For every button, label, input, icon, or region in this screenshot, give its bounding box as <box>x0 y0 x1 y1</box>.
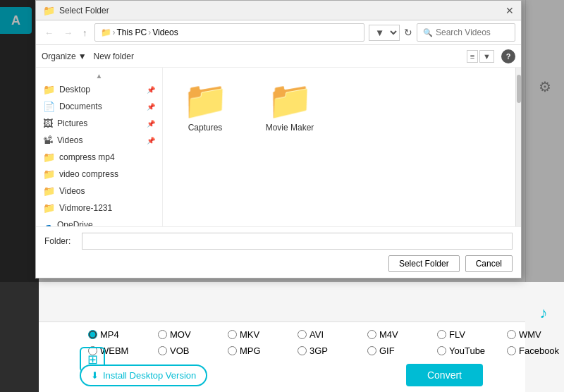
dialog-titlebar: 📁 Select Folder ✕ <box>36 1 521 20</box>
search-box: 🔍 <box>417 23 515 42</box>
desktop-label: Desktop <box>59 85 90 94</box>
format-wmv[interactable]: WMV <box>507 329 564 340</box>
radio-vob[interactable] <box>158 346 167 355</box>
dialog-scrollbar[interactable] <box>515 68 521 226</box>
desktop-folder-icon: 📁 <box>43 84 55 95</box>
captures-folder-name: Captures <box>188 123 223 133</box>
sidebar-item-vidmore[interactable]: 📁 Vidmore-1231 <box>36 200 162 216</box>
format-m4v[interactable]: M4V <box>367 329 431 340</box>
format-mkv[interactable]: MKV <box>228 329 291 340</box>
format-row-2: WEBM VOB MPG 3GP GIF YouTube <box>88 345 515 356</box>
label-mov: MOV <box>170 329 191 340</box>
address-bar: ← → ↑ 📁 › This PC › Videos ▼ ↻ 🔍 <box>36 20 521 45</box>
videos-label: Videos <box>57 135 82 145</box>
download-icon: ⬇ <box>91 370 99 381</box>
format-mpg[interactable]: MPG <box>228 345 291 356</box>
radio-flv[interactable] <box>437 330 446 339</box>
nav-scroll-up[interactable]: ▲ <box>36 71 162 81</box>
label-3gp: 3GP <box>309 345 328 356</box>
radio-mpg[interactable] <box>228 346 237 355</box>
radio-mp4[interactable] <box>88 330 97 339</box>
documents-icon: 📄 <box>43 101 55 112</box>
nav-up-button[interactable]: ↑ <box>80 26 90 39</box>
dialog-toolbar: Organize ▼ New folder ≡ ▼ ? <box>36 45 521 68</box>
music-icon[interactable]: ♪ <box>534 303 553 323</box>
nav-pane: ▲ 📁 Desktop 📌 📄 Documents 📌 🖼 Pictures 📌… <box>36 68 163 226</box>
format-gif[interactable]: GIF <box>367 345 431 356</box>
dialog-title: Select Folder <box>59 6 109 16</box>
install-label: Install Desktop Version <box>103 370 196 381</box>
search-input[interactable] <box>436 27 513 37</box>
sidebar-item-video-compress[interactable]: 📁 video compress <box>36 166 162 183</box>
videos2-label: Videos <box>59 186 85 196</box>
radio-youtube[interactable] <box>437 346 446 355</box>
sidebar-item-onedrive[interactable]: ☁ OneDrive <box>36 216 162 226</box>
onedrive-label: OneDrive <box>57 220 93 226</box>
format-youtube[interactable]: YouTube <box>437 345 501 356</box>
install-button[interactable]: ⬇ Install Desktop Version <box>80 365 207 386</box>
action-row: Select Folder Cancel <box>44 255 513 272</box>
organize-button[interactable]: Organize ▼ <box>42 51 87 61</box>
sidebar-item-compress-mp4[interactable]: 📁 compress mp4 <box>36 149 162 166</box>
folder-captures[interactable]: 📁 Captures <box>177 82 233 133</box>
radio-gif[interactable] <box>367 346 376 355</box>
label-flv: FLV <box>449 329 465 340</box>
cancel-button[interactable]: Cancel <box>465 255 513 272</box>
radio-wmv[interactable] <box>507 330 516 339</box>
format-avi[interactable]: AVI <box>298 329 361 340</box>
dialog-title-area: 📁 Select Folder <box>43 5 109 16</box>
dialog-close-button[interactable]: ✕ <box>505 5 514 16</box>
nav-back-button[interactable]: ← <box>42 26 56 39</box>
video-compress-label: video compress <box>59 169 118 179</box>
view-mode-button[interactable]: ≡ <box>467 50 478 63</box>
label-gif: GIF <box>379 345 395 356</box>
radio-m4v[interactable] <box>367 330 376 339</box>
radio-facebook[interactable] <box>507 346 516 355</box>
sidebar-item-pictures[interactable]: 🖼 Pictures 📌 <box>36 115 162 132</box>
folder-movie-maker[interactable]: 📁 Movie Maker <box>262 82 318 133</box>
sidebar-item-documents[interactable]: 📄 Documents 📌 <box>36 98 162 115</box>
label-mp4: MP4 <box>100 329 119 340</box>
refresh-button[interactable]: ↻ <box>404 27 412 38</box>
format-mp4[interactable]: MP4 <box>88 329 152 340</box>
video-compress-icon: 📁 <box>43 169 55 180</box>
format-facebook[interactable]: Facebook <box>507 345 564 356</box>
sidebar-item-videos[interactable]: 📽 Videos 📌 <box>36 132 162 149</box>
dialog-body: ▲ 📁 Desktop 📌 📄 Documents 📌 🖼 Pictures 📌… <box>36 68 521 226</box>
radio-mkv[interactable] <box>228 330 237 339</box>
compress-mp4-label: compress mp4 <box>59 152 115 162</box>
help-button[interactable]: ? <box>501 49 515 63</box>
address-dropdown[interactable]: ▼ <box>369 25 400 41</box>
format-mov[interactable]: MOV <box>158 329 221 340</box>
new-folder-button[interactable]: New folder <box>94 51 134 61</box>
label-vob: VOB <box>170 345 189 356</box>
format-3gp[interactable]: 3GP <box>298 345 361 356</box>
nav-forward-button[interactable]: → <box>61 26 75 39</box>
select-folder-button[interactable]: Select Folder <box>388 255 460 272</box>
format-flv[interactable]: FLV <box>437 329 501 340</box>
organize-label: Organize <box>42 51 76 61</box>
format-vob[interactable]: VOB <box>158 345 221 356</box>
path-thispc: This PC <box>117 27 147 37</box>
label-wmv: WMV <box>519 329 541 340</box>
videos-icon: 📽 <box>43 135 53 146</box>
label-facebook: Facebook <box>519 345 559 356</box>
folder-label: Folder: <box>44 236 76 246</box>
view-dropdown-button[interactable]: ▼ <box>479 50 494 63</box>
file-dialog: 📁 Select Folder ✕ ← → ↑ 📁 › This PC › Vi… <box>35 0 522 278</box>
folder-input[interactable] <box>82 233 513 250</box>
vidmore-icon: 📁 <box>43 202 55 214</box>
address-path[interactable]: 📁 › This PC › Videos <box>94 23 365 42</box>
label-youtube: YouTube <box>449 345 485 356</box>
radio-mov[interactable] <box>158 330 167 339</box>
search-icon: 🔍 <box>423 28 433 37</box>
convert-button[interactable]: Convert <box>406 364 483 386</box>
label-m4v: M4V <box>379 329 398 340</box>
radio-avi[interactable] <box>298 330 307 339</box>
onedrive-icon: ☁ <box>43 219 53 226</box>
radio-3gp[interactable] <box>298 346 307 355</box>
path-icon: 📁 <box>101 27 111 37</box>
label-mkv: MKV <box>240 329 259 340</box>
sidebar-item-videos2[interactable]: 📁 Videos <box>36 183 162 200</box>
sidebar-item-desktop[interactable]: 📁 Desktop 📌 <box>36 81 162 98</box>
